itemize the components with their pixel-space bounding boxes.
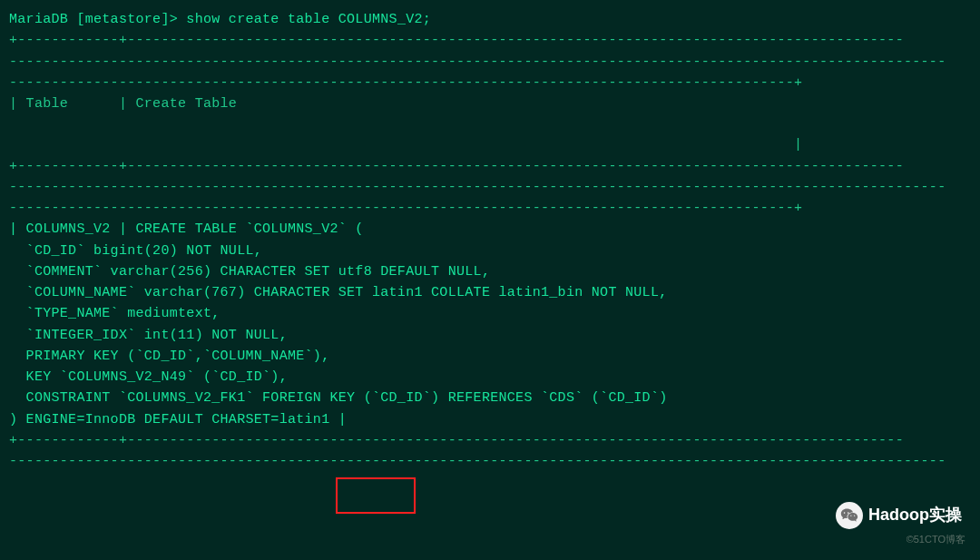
separator-dash-3: ----------------------------------------… — [9, 451, 971, 472]
header-row: | Table | Create Table — [9, 93, 971, 114]
create-table-line-4: `COLUMN_NAME` varchar(767) CHARACTER SET… — [9, 282, 971, 303]
watermark: ©51CTO博客 — [906, 532, 965, 547]
separator-mid-plus: +------------+--------------------------… — [9, 156, 971, 177]
separator-dash-plus: ----------------------------------------… — [9, 73, 971, 93]
create-table-line-3: `COMMENT` varchar(256) CHARACTER SET utf… — [9, 261, 971, 282]
prompt-db: MariaDB [metastore]> — [9, 12, 178, 27]
separator-top-plus: +------------+--------------------------… — [9, 30, 971, 51]
create-table-line-6: `INTEGER_IDX` int(11) NOT NULL, — [9, 325, 971, 346]
badge-text: Hadoop实操 — [868, 503, 962, 528]
wechat-icon — [836, 502, 863, 529]
sql-prompt-line: MariaDB [metastore]> show create table C… — [9, 9, 971, 30]
prompt-command: show create table COLUMNS_V2; — [186, 12, 431, 27]
create-table-line-8: KEY `COLUMNS_V2_N49` (`CD_ID`), — [9, 367, 971, 388]
separator-dash-2: ----------------------------------------… — [9, 177, 971, 198]
red-highlight-box — [336, 477, 416, 514]
create-table-line-9: CONSTRAINT `COLUMNS_V2_FK1` FOREIGN KEY … — [9, 388, 971, 408]
create-table-line-10: ) ENGINE=InnoDB DEFAULT CHARSET=latin1 | — [9, 409, 971, 430]
separator-bottom-plus: +------------+--------------------------… — [9, 430, 971, 451]
author-badge: Hadoop实操 — [836, 502, 962, 529]
separator-dash-plus-2: ----------------------------------------… — [9, 198, 971, 219]
header-end: | — [9, 134, 971, 155]
create-table-line-1: | COLUMNS_V2 | CREATE TABLE `COLUMNS_V2`… — [9, 219, 971, 240]
create-table-line-5: `TYPE_NAME` mediumtext, — [9, 303, 971, 324]
create-table-line-2: `CD_ID` bigint(20) NOT NULL, — [9, 241, 971, 261]
create-table-line-7: PRIMARY KEY (`CD_ID`,`COLUMN_NAME`), — [9, 346, 971, 367]
separator-dash: ----------------------------------------… — [9, 52, 971, 73]
